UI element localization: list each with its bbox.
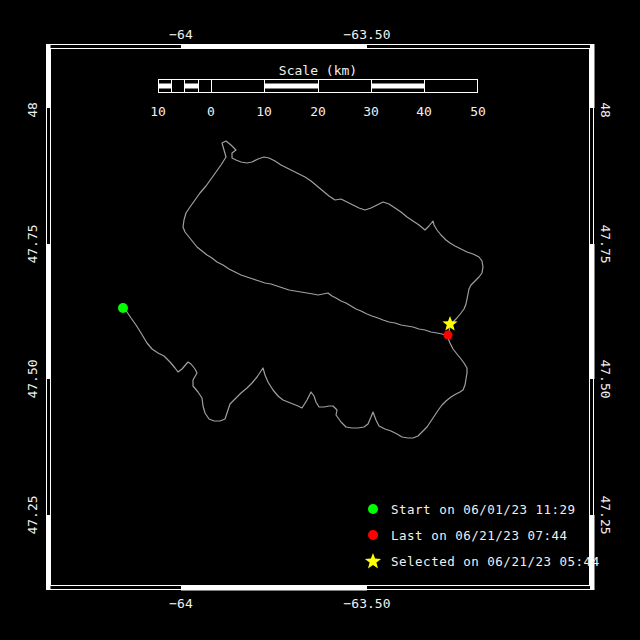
last-point-marker[interactable] [444,331,453,340]
legend-row-selected: Selected on 06/21/23 05:44 [364,548,600,574]
legend-label-last: Last on 06/21/23 07:44 [391,528,568,543]
start-legend-icon [364,504,382,514]
legend-row-start: Start on 06/01/23 11:29 [364,496,600,522]
scale-bar [159,80,478,93]
start-point-marker[interactable] [118,303,128,313]
last-legend-icon [364,530,382,540]
legend-label-start: Start on 06/01/23 11:29 [391,502,576,517]
drift-track-path [123,141,483,438]
legend: Start on 06/01/23 11:29 Last on 06/21/23… [364,496,600,574]
legend-row-last: Last on 06/21/23 07:44 [364,522,600,548]
map-window: −64 −63.50 −64 −63.50 48 47.75 47.50 47.… [0,0,640,640]
selected-legend-star-icon [364,552,382,570]
legend-label-selected: Selected on 06/21/23 05:44 [391,554,600,569]
